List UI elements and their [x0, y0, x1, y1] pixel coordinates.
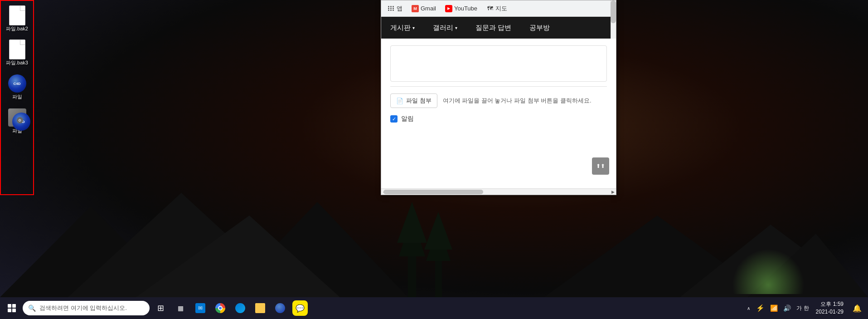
file-doc-icon-bak3 [9, 39, 25, 59]
edge-taskbar-button[interactable] [231, 299, 249, 317]
icon-label-c4d: 파일 [12, 93, 22, 100]
bookmark-apps-label: 앱 [397, 5, 402, 13]
bookmark-gmail[interactable]: M Gmail [410, 4, 438, 13]
hscroll-thumb[interactable] [383, 190, 483, 194]
file-attach-button[interactable]: 📄 파일 첨부 [390, 93, 437, 108]
svg-marker-8 [426, 225, 451, 261]
browser-window: 앱 M Gmail ▶ YouTube 🗺 지도 게시판 [381, 0, 616, 195]
bookmark-maps[interactable]: 🗺 지도 [485, 4, 509, 14]
chrome-icon [215, 303, 225, 313]
bookmark-maps-label: 지도 [495, 5, 507, 13]
svg-point-10 [752, 270, 834, 297]
taskbar-search-bar[interactable]: 🔍 검색하려면 여기에 입력하십시오. [23, 301, 150, 315]
nav-gallery-dropdown-icon: ▾ [455, 25, 457, 30]
bookmark-gmail-label: Gmail [421, 5, 436, 12]
notification-center-button[interactable]: 🔔 [849, 300, 865, 316]
desktop-icons-area: 파일.bak2 파일.bak3 파일 ⚙ [0, 0, 34, 195]
svg-marker-0 [0, 206, 181, 297]
taskbar-search-icon: 🔍 [28, 304, 36, 312]
widgets-button[interactable]: ▦ [171, 299, 189, 317]
tent-glow [732, 249, 805, 294]
taskbar: 🔍 검색하려면 여기에 입력하십시오. ⊞ ▦ ✉ [0, 297, 868, 319]
system-clock[interactable]: 오후 1:59 2021-01-29 [813, 300, 846, 316]
clock-time: 오후 1:59 [820, 300, 844, 308]
system-tray: ∧ ⚡ 📶 🔊 가 한 오후 1:59 2021-01-29 🔔 [745, 300, 865, 316]
svg-marker-5 [399, 216, 425, 256]
bookmark-youtube[interactable]: ▶ YouTube [443, 4, 479, 13]
browser-content: 📄 파일 첨부 여기에 파일을 끌어 놓거나 파일 첨부 버튼을 클릭하세요. … [381, 39, 616, 188]
nav-board-dropdown-icon: ▾ [412, 25, 415, 30]
file-doc-icon-bak2 [9, 5, 25, 25]
start-button[interactable] [3, 299, 21, 317]
text-editor-area[interactable] [390, 45, 607, 82]
svg-rect-7 [435, 234, 442, 297]
windows-logo-icon [8, 304, 16, 312]
clock-date: 2021-01-29 [816, 308, 844, 316]
svg-marker-1 [68, 193, 295, 297]
desktop: 파일.bak2 파일.bak3 파일 ⚙ [0, 0, 868, 319]
task-view-icon: ⊞ [157, 303, 164, 313]
file-attach-row: 📄 파일 첨부 여기에 파일을 끌어 놓거나 파일 첨부 버튼을 클릭하세요. [390, 93, 607, 108]
chrome-taskbar-button[interactable] [211, 299, 229, 317]
bookmark-youtube-label: YouTube [454, 5, 477, 12]
file-attach-icon: 📄 [396, 98, 403, 104]
notification-icon: 🔔 [853, 304, 862, 313]
notification-checkbox[interactable] [390, 115, 398, 123]
c4d-taskbar-button[interactable] [271, 299, 289, 317]
file-attach-label: 파일 첨부 [406, 97, 432, 105]
hscroll-arrow-right[interactable]: ▶ [610, 189, 616, 195]
youtube-icon: ▶ [445, 5, 452, 12]
bookmarks-bar: 앱 M Gmail ▶ YouTube 🗺 지도 [381, 0, 616, 17]
nav-qa[interactable]: 질문과 답변 [466, 17, 520, 39]
desktop-icon-bak2[interactable]: 파일.bak2 [2, 5, 33, 34]
volume-icon[interactable]: 🔊 [782, 304, 792, 313]
widgets-icon: ▦ [178, 304, 184, 312]
icon-label-bak2: 파일.bak2 [6, 25, 28, 32]
horizontal-scrollbar[interactable]: ◀ ▶ [381, 188, 616, 195]
nav-board[interactable]: 게시판 ▾ [381, 17, 424, 39]
icon-label-bak3: 파일.bak3 [6, 59, 28, 66]
nav-study[interactable]: 공부방 [520, 17, 559, 39]
desktop-icon-c4d-file[interactable]: 파일 [2, 73, 33, 102]
notification-label: 알림 [401, 115, 414, 123]
gmail-icon: M [412, 5, 419, 12]
nav-gallery[interactable]: 갤러리 ▾ [424, 17, 466, 39]
mail-taskbar-button[interactable]: ✉ [191, 299, 209, 317]
content-inner: 📄 파일 첨부 여기에 파일을 끌어 놓거나 파일 첨부 버튼을 클릭하세요. … [381, 39, 616, 188]
desktop-icon-bak3[interactable]: 파일.bak3 [2, 39, 33, 68]
taskbar-search-placeholder: 검색하려면 여기에 입력하십시오. [39, 304, 127, 312]
network-icon[interactable]: 📶 [769, 304, 779, 313]
gear-app-icon: ⚙ [8, 108, 26, 127]
maps-icon: 🗺 [486, 5, 494, 12]
edge-icon [235, 303, 245, 313]
svg-marker-11 [544, 216, 771, 297]
task-view-button[interactable]: ⊞ [151, 299, 170, 317]
svg-marker-3 [136, 216, 340, 297]
kakao-taskbar-button[interactable]: 💬 [291, 299, 309, 317]
svg-marker-2 [227, 202, 408, 297]
nav-bar: 게시판 ▾ 갤러리 ▾ 질문과 답변 공부방 [381, 17, 616, 39]
kakao-icon: 💬 [292, 300, 308, 316]
background-mountains [0, 179, 868, 297]
scrollbar-thumb[interactable] [611, 0, 616, 23]
svg-marker-9 [424, 212, 452, 250]
svg-rect-4 [408, 225, 416, 297]
svg-marker-12 [680, 225, 868, 297]
c4d-icon [275, 303, 285, 313]
attach-hint-text: 여기에 파일을 끌어 놓거나 파일 첨부 버튼을 클릭하세요. [443, 97, 592, 105]
desktop-icon-gear-app[interactable]: ⚙ 파일 [2, 107, 33, 136]
notification-checkbox-row: 알림 [390, 115, 607, 123]
svg-marker-6 [397, 202, 427, 243]
scroll-to-top-button[interactable] [592, 157, 609, 175]
folder-icon [255, 303, 265, 313]
mail-icon: ✉ [195, 303, 205, 313]
tray-icon-custom[interactable]: ⚡ [755, 303, 766, 313]
svg-marker-13 [748, 234, 868, 297]
bookmark-apps[interactable]: 앱 [386, 4, 404, 14]
explorer-taskbar-button[interactable] [251, 299, 269, 317]
content-divider [390, 86, 607, 87]
apps-grid-icon [388, 5, 395, 12]
tray-expand-button[interactable]: ∧ [745, 304, 752, 313]
c4d-file-icon [8, 74, 26, 93]
language-indicator[interactable]: 가 한 [795, 304, 810, 313]
